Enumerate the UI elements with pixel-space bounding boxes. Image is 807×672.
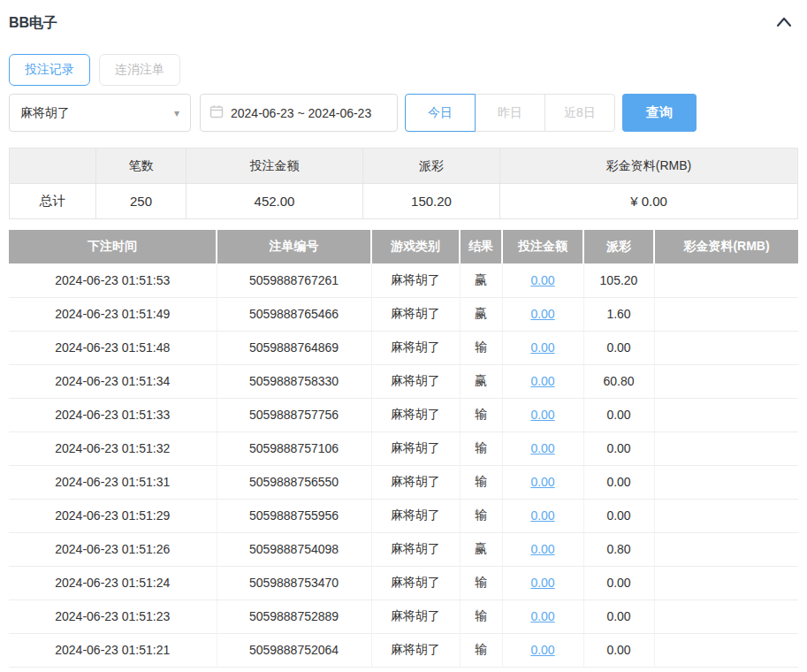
panel-header: BB电子 bbox=[0, 0, 807, 33]
cell-game-type: 麻将胡了 bbox=[371, 599, 460, 633]
bet-amount-link[interactable]: 0.00 bbox=[530, 273, 554, 287]
cell-order-no: 5059888756550 bbox=[217, 465, 371, 499]
summary-header-payout: 派彩 bbox=[363, 149, 500, 184]
cell-bonus bbox=[654, 297, 798, 331]
cell-order-no: 5059888767261 bbox=[217, 263, 371, 297]
cell-bet-time: 2024-06-23 01:51:31 bbox=[9, 465, 217, 499]
summary-total-row: 总计 250 452.00 150.20 ¥ 0.00 bbox=[10, 184, 798, 219]
table-row: 2024-06-23 01:51:23 5059888752889 麻将胡了 输… bbox=[9, 599, 798, 633]
cell-result: 赢 bbox=[460, 297, 502, 331]
game-select[interactable]: 麻将胡了 ▾ bbox=[9, 94, 191, 132]
summary-header-bonus: 彩金资料(RMB) bbox=[500, 149, 798, 184]
cell-bet-amount: 0.00 bbox=[502, 499, 583, 532]
cell-order-no: 5059888765466 bbox=[217, 297, 371, 331]
table-row: 2024-06-23 01:51:21 5059888752064 麻将胡了 输… bbox=[9, 633, 798, 667]
bet-amount-link[interactable]: 0.00 bbox=[530, 643, 554, 657]
panel-title: BB电子 bbox=[9, 14, 57, 33]
bet-amount-link[interactable]: 0.00 bbox=[530, 441, 554, 455]
filter-bar: 麻将胡了 ▾ 2024-06-23 ~ 2024-06-23 今日 昨日 近8日… bbox=[9, 94, 798, 132]
cell-order-no: 5059888754098 bbox=[217, 532, 371, 566]
cell-bet-amount: 0.00 bbox=[502, 465, 583, 499]
bet-amount-link[interactable]: 0.00 bbox=[530, 340, 554, 355]
cell-bonus bbox=[654, 331, 798, 364]
cell-bet-amount: 0.00 bbox=[502, 297, 583, 331]
cell-bonus bbox=[654, 532, 798, 566]
cell-result: 输 bbox=[460, 431, 502, 465]
tab-betting-records[interactable]: 投注记录 bbox=[9, 54, 90, 86]
cell-game-type: 麻将胡了 bbox=[371, 331, 460, 364]
cell-bet-time: 2024-06-23 01:51:26 bbox=[9, 532, 217, 566]
records-table: 下注时间 注单编号 游戏类别 结果 投注金额 派彩 彩金资料(RMB) 2024… bbox=[9, 230, 798, 668]
quick-range-yesterday[interactable]: 昨日 bbox=[475, 94, 545, 132]
summary-total-label: 总计 bbox=[10, 184, 96, 219]
cell-bet-time: 2024-06-23 01:51:34 bbox=[9, 364, 217, 398]
records-header-order-no: 注单编号 bbox=[217, 230, 371, 263]
cell-order-no: 5059888757756 bbox=[217, 398, 371, 431]
cell-bet-time: 2024-06-23 01:51:23 bbox=[9, 599, 217, 633]
cell-bonus bbox=[654, 633, 798, 667]
cell-payout: 0.00 bbox=[583, 633, 654, 667]
bet-amount-link[interactable]: 0.00 bbox=[530, 542, 554, 556]
search-button[interactable]: 查询 bbox=[622, 94, 697, 132]
cell-game-type: 麻将胡了 bbox=[371, 465, 460, 499]
cell-result: 输 bbox=[460, 398, 502, 431]
cell-bet-amount: 0.00 bbox=[502, 263, 583, 297]
table-row: 2024-06-23 01:51:48 5059888764869 麻将胡了 输… bbox=[9, 331, 798, 364]
bet-amount-link[interactable]: 0.00 bbox=[530, 609, 554, 623]
summary-total-bonus: ¥ 0.00 bbox=[500, 184, 798, 219]
cell-order-no: 5059888753470 bbox=[217, 566, 371, 599]
summary-header-row: 笔数 投注金额 派彩 彩金资料(RMB) bbox=[10, 149, 798, 184]
summary-header-count: 笔数 bbox=[96, 149, 187, 184]
summary-total-bet-amount: 452.00 bbox=[187, 184, 363, 219]
cell-payout: 0.00 bbox=[583, 331, 654, 364]
summary-header-blank bbox=[10, 149, 96, 184]
bet-amount-link[interactable]: 0.00 bbox=[530, 408, 554, 422]
records-header-row: 下注时间 注单编号 游戏类别 结果 投注金额 派彩 彩金资料(RMB) bbox=[9, 230, 798, 263]
table-row: 2024-06-23 01:51:26 5059888754098 麻将胡了 赢… bbox=[9, 532, 798, 566]
cell-bet-amount: 0.00 bbox=[502, 331, 583, 364]
cell-payout: 0.00 bbox=[583, 499, 654, 532]
quick-range-group: 今日 昨日 近8日 bbox=[405, 94, 615, 132]
table-row: 2024-06-23 01:51:31 5059888756550 麻将胡了 输… bbox=[9, 465, 798, 499]
cell-result: 输 bbox=[460, 499, 502, 532]
records-header-result: 结果 bbox=[460, 230, 502, 263]
summary-total-payout: 150.20 bbox=[363, 184, 500, 219]
cell-game-type: 麻将胡了 bbox=[371, 398, 460, 431]
cell-order-no: 5059888752064 bbox=[217, 633, 371, 667]
cell-payout: 1.60 bbox=[583, 297, 654, 331]
records-header-game: 游戏类别 bbox=[371, 230, 460, 263]
table-row: 2024-06-23 01:51:53 5059888767261 麻将胡了 赢… bbox=[9, 263, 798, 297]
chevron-up-icon bbox=[775, 16, 793, 31]
bet-amount-link[interactable]: 0.00 bbox=[530, 374, 554, 388]
bet-amount-link[interactable]: 0.00 bbox=[530, 508, 554, 523]
tab-cancelled-orders[interactable]: 连消注单 bbox=[99, 54, 180, 86]
quick-range-last8days[interactable]: 近8日 bbox=[544, 94, 615, 132]
collapse-panel-button[interactable] bbox=[773, 14, 795, 33]
calendar-icon bbox=[209, 104, 224, 121]
cell-payout: 0.00 bbox=[583, 566, 654, 599]
quick-range-today[interactable]: 今日 bbox=[405, 94, 476, 132]
cell-bonus bbox=[654, 499, 798, 532]
records-body: 2024-06-23 01:51:53 5059888767261 麻将胡了 赢… bbox=[9, 263, 798, 667]
bet-amount-link[interactable]: 0.00 bbox=[530, 475, 554, 489]
records-header-bet-amount: 投注金额 bbox=[502, 230, 583, 263]
caret-down-icon: ▾ bbox=[174, 107, 179, 119]
summary-header-bet-amount: 投注金额 bbox=[187, 149, 363, 184]
cell-bonus bbox=[654, 599, 798, 633]
cell-bet-time: 2024-06-23 01:51:53 bbox=[9, 263, 217, 297]
cell-bet-time: 2024-06-23 01:51:48 bbox=[9, 331, 217, 364]
cell-result: 赢 bbox=[460, 263, 502, 297]
table-row: 2024-06-23 01:51:29 5059888755956 麻将胡了 输… bbox=[9, 499, 798, 532]
cell-result: 赢 bbox=[460, 364, 502, 398]
bet-amount-link[interactable]: 0.00 bbox=[530, 307, 554, 321]
summary-total-count: 250 bbox=[96, 184, 187, 219]
cell-game-type: 麻将胡了 bbox=[371, 364, 460, 398]
cell-game-type: 麻将胡了 bbox=[371, 532, 460, 566]
cell-order-no: 5059888752889 bbox=[217, 599, 371, 633]
bet-amount-link[interactable]: 0.00 bbox=[530, 576, 554, 590]
cell-game-type: 麻将胡了 bbox=[371, 431, 460, 465]
date-range-picker[interactable]: 2024-06-23 ~ 2024-06-23 bbox=[200, 94, 398, 132]
date-range-value: 2024-06-23 ~ 2024-06-23 bbox=[231, 106, 371, 120]
cell-order-no: 5059888757106 bbox=[217, 431, 371, 465]
cell-bet-time: 2024-06-23 01:51:32 bbox=[9, 431, 217, 465]
